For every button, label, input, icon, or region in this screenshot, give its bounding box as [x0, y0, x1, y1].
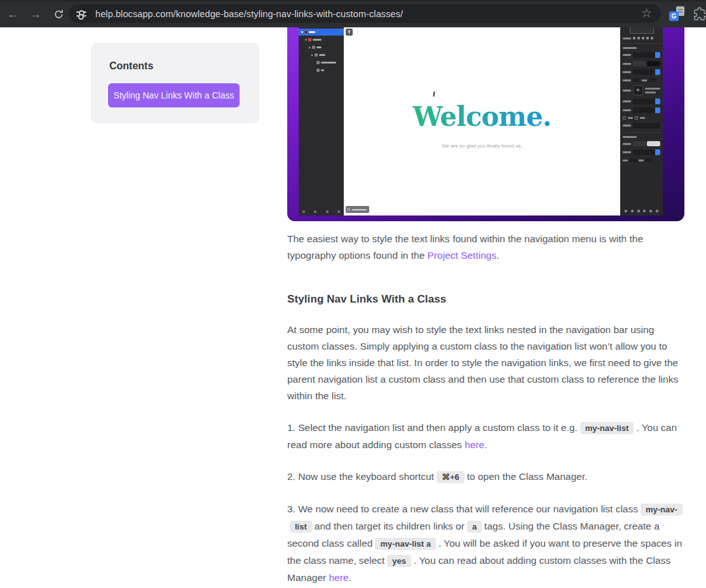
tree-row	[299, 51, 344, 58]
tree-row-selected	[299, 29, 344, 36]
text-segment: and then target its children links or	[315, 521, 465, 531]
breakpoint-badge	[346, 206, 369, 213]
body-paragraph: At some point, you may wish to style the…	[287, 322, 684, 404]
contents-card: Contents Styling Nav Links With a Class	[91, 43, 259, 123]
inline-link[interactable]: here	[465, 439, 484, 450]
inline-code-badge: yes	[387, 555, 411, 567]
inline-code-badge: a	[467, 521, 482, 533]
tree-row	[299, 59, 344, 66]
text-segment: 2. Now use the keyboard shortcut	[287, 471, 434, 482]
url-text[interactable]: help.blocsapp.com/knowledge-base/styling…	[95, 9, 403, 19]
text-tool-icon: T	[346, 29, 353, 36]
text-caret	[433, 92, 435, 97]
reload-icon	[53, 9, 64, 20]
inline-link[interactable]: Project Settings	[428, 250, 497, 261]
window-top-edge	[0, 0, 706, 2]
step-3: 3. We now need to create a new class tha…	[287, 501, 684, 586]
inline-code-badge: ⌘+6	[437, 471, 465, 483]
tree-row	[299, 36, 344, 43]
intro-paragraph: The easiest way to style the text links …	[287, 231, 684, 264]
forward-button[interactable]: →	[27, 5, 44, 23]
text-segment: .	[484, 439, 487, 450]
back-button[interactable]: ←	[4, 5, 22, 23]
extensions-icon[interactable]	[693, 7, 706, 21]
bookmark-star-icon[interactable]: ☆	[641, 6, 652, 20]
article-hero-image: T Welcome. We are so glad you finally fo…	[287, 27, 684, 221]
text-segment: to open the Class Manager.	[467, 471, 588, 482]
welcome-subheading: We are so glad you finally found us.	[344, 143, 620, 149]
tree-row	[299, 67, 344, 74]
welcome-heading: Welcome.	[344, 101, 620, 132]
inspector-preview-box	[630, 27, 654, 34]
inline-code-badge: my-nav-list	[580, 422, 634, 434]
inspector-footer-icons	[625, 210, 658, 212]
toc-item-styling-nav-links[interactable]: Styling Nav Links With a Class	[108, 83, 240, 107]
url-bar[interactable]: help.blocsapp.com/knowledge-base/styling…	[69, 4, 661, 23]
contents-title: Contents	[109, 60, 153, 72]
inline-code-badge: my-nav-list a	[375, 538, 435, 550]
text-segment: .	[496, 250, 499, 261]
article-content: T Welcome. We are so glad you finally fo…	[287, 27, 684, 586]
layer-tree-panel	[299, 27, 344, 215]
step-1: 1. Select the navigation list and then a…	[287, 420, 684, 453]
design-canvas: T Welcome. We are so glad you finally fo…	[344, 27, 620, 215]
tree-row	[299, 44, 344, 51]
reload-button[interactable]	[50, 5, 67, 23]
inspector-panel: +	[620, 27, 663, 215]
site-settings-icon[interactable]	[76, 10, 86, 18]
tree-footer-icons	[302, 210, 340, 213]
inline-link[interactable]: here	[329, 572, 348, 583]
translate-icon[interactable]: G	[669, 6, 684, 21]
translate-g-shape: G	[669, 11, 679, 21]
browser-toolbar: ← → help.blocsapp.com/knowledge-base/sty…	[0, 0, 706, 27]
section-heading: Styling Nav Links With a Class	[287, 293, 684, 306]
text-segment: .	[349, 572, 351, 583]
step-2: 2. Now use the keyboard shortcut⌘+6to op…	[287, 468, 684, 486]
text-segment: 3. We now need to create a new class tha…	[287, 503, 638, 514]
text-segment: 1. Select the navigation list and then a…	[287, 422, 578, 433]
